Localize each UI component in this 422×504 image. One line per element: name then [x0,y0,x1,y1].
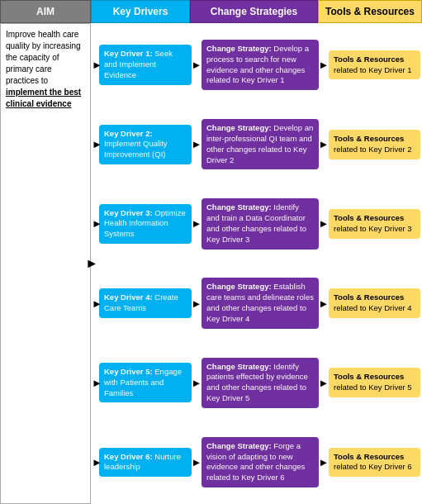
main-container: AIM Key Drivers Change Strategies Tools … [0,0,422,504]
driver-row-5: ►Key Driver 5: Engage with Patients and … [99,358,420,408]
aim-text: Improve health care quality by increasin… [6,29,85,110]
driver-row-1: ►Key Driver 1: Seek and Implement Eviden… [99,40,420,90]
kd-box-6: Key Driver 6: Nurture leadership [99,448,192,478]
arrow-aim-to-kd-3: ► [92,217,102,230]
key-drivers-header: Key Drivers [91,0,190,23]
cs-box-4: Change Strategy: Establish care teams an… [202,278,319,328]
driver-row-3: ►Key Driver 3: Optimize Health Informati… [99,198,420,249]
kd-box-5: Key Driver 5: Engage with Patients and F… [99,363,192,402]
cs-box-5: Change Strategy: Identify patients effec… [202,358,319,408]
arrow-aim-to-kd-5: ► [92,377,102,389]
arrow-cs-to-tr-6: ► [319,437,329,487]
cs-box-6: Change Strategy: Forge a vision of adapt… [202,437,319,487]
kd-box-4: Key Driver 4: Create Care Teams [99,288,192,318]
arrow-kd-to-cs-4: ► [192,278,202,328]
driver-row-6: ►Key Driver 6: Nurture leadership►Change… [99,437,420,487]
aim-arrow-right: ► [85,256,98,271]
kd-box-1: Key Driver 1: Seek and Implement Evidenc… [99,45,192,84]
tr-box-3: Tools & Resources related to Key Driver … [329,209,420,239]
arrow-cs-to-tr-5: ► [319,358,329,408]
tr-box-4: Tools & Resources related to Key Driver … [329,288,420,318]
driver-row-2: ►Key Driver 2: Implement Quality Improve… [99,119,420,169]
header-row: AIM Key Drivers Change Strategies Tools … [0,0,422,23]
cs-box-2: Change Strategy: Develop an inter-profes… [202,119,319,169]
arrow-kd-to-cs-2: ► [192,119,202,169]
tr-box-5: Tools & Resources related to Key Driver … [329,368,420,397]
arrow-cs-to-tr-3: ► [319,198,329,249]
arrow-aim-to-kd-2: ► [92,138,102,150]
kd-box-2: Key Driver 2: Implement Quality Improvem… [99,125,192,164]
arrow-aim-to-kd-4: ► [92,297,102,310]
body-area: ► Improve health care quality by increas… [0,23,422,504]
drivers-area: ►Key Driver 1: Seek and Implement Eviden… [91,23,422,504]
tr-box-2: Tools & Resources related to Key Driver … [329,130,420,159]
arrow-cs-to-tr-1: ► [319,40,329,90]
arrow-kd-to-cs-6: ► [192,437,202,487]
arrow-cs-to-tr-4: ► [319,278,329,328]
aim-header: AIM [0,0,91,23]
driver-row-4: ►Key Driver 4: Create Care Teams►Change … [99,278,420,328]
change-strategies-header: Change Strategies [190,0,318,23]
tr-box-1: Tools & Resources related to Key Driver … [329,50,420,80]
arrow-cs-to-tr-2: ► [319,119,329,169]
arrow-aim-to-kd-6: ► [92,456,102,468]
aim-column: ► Improve health care quality by increas… [0,23,91,504]
arrow-aim-to-kd-1: ► [92,59,102,71]
arrow-kd-to-cs-5: ► [192,358,202,408]
kd-box-3: Key Driver 3: Optimize Health Informatio… [99,204,192,244]
tools-resources-header: Tools & Resources [318,0,422,23]
arrow-kd-to-cs-3: ► [192,198,202,249]
tr-box-6: Tools & Resources related to Key Driver … [329,448,420,478]
cs-box-3: Change Strategy: Identify and train a Da… [202,198,319,249]
arrow-kd-to-cs-1: ► [192,40,202,90]
cs-box-1: Change Strategy: Develop a process to se… [202,40,319,90]
